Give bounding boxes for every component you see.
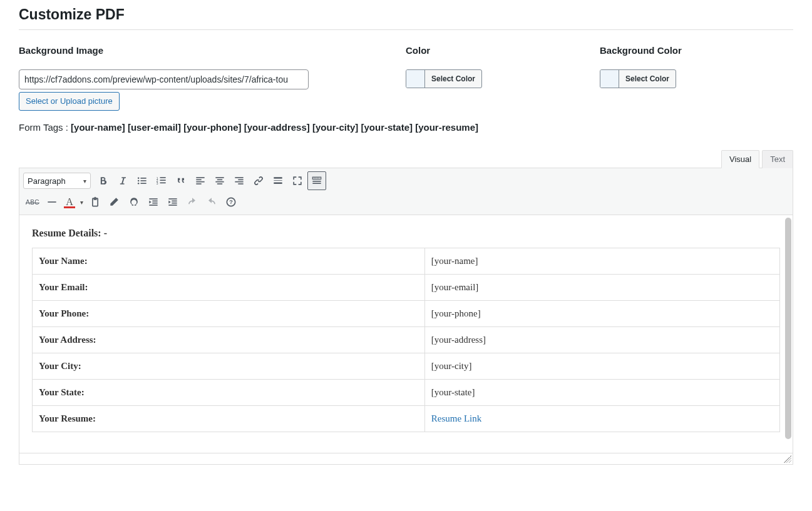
- form-tags-values: [your-name] [user-email] [your-phone] [y…: [71, 122, 478, 133]
- page-title: Customize PDF: [19, 0, 793, 30]
- blockquote-button[interactable]: [172, 171, 190, 190]
- form-tags-line: Form Tags : [your-name] [user-email] [yo…: [19, 122, 793, 133]
- paste-text-button[interactable]: [86, 193, 105, 211]
- tab-text[interactable]: Text: [762, 150, 793, 168]
- background-image-input[interactable]: [19, 69, 309, 89]
- bullet-list-button[interactable]: [133, 171, 152, 190]
- align-right-button[interactable]: [230, 171, 249, 190]
- svg-rect-3: [141, 180, 146, 181]
- svg-rect-26: [274, 183, 282, 185]
- svg-rect-20: [235, 177, 243, 178]
- row-value: Resume Link: [424, 406, 779, 432]
- fullscreen-button[interactable]: [288, 171, 307, 190]
- indent-button[interactable]: [163, 193, 182, 211]
- chevron-down-icon[interactable]: ▾: [78, 194, 85, 210]
- outdent-button[interactable]: [144, 193, 163, 211]
- background-color-column: Background Color Select Color: [600, 45, 793, 111]
- background-color-picker[interactable]: Select Color: [600, 69, 676, 88]
- svg-rect-17: [217, 180, 222, 181]
- row-value: [your-phone]: [424, 301, 779, 327]
- link-button[interactable]: [249, 171, 268, 190]
- row-value: [your-state]: [424, 380, 779, 406]
- svg-text:?: ?: [229, 199, 233, 205]
- svg-rect-13: [196, 180, 201, 181]
- row-label: Your Email:: [33, 275, 425, 301]
- wysiwyg-editor: Paragraph 123 ABC A ▾: [19, 168, 793, 465]
- background-color-button-label: Select Color: [619, 70, 676, 88]
- text-color-button-label: Select Color: [425, 70, 481, 88]
- tab-visual[interactable]: Visual: [721, 150, 759, 168]
- special-character-button[interactable]: [125, 193, 143, 211]
- keyboard-help-button[interactable]: ?: [222, 193, 240, 211]
- resume-link[interactable]: Resume Link: [431, 413, 481, 423]
- background-image-column: Background Image Select or Upload pictur…: [19, 45, 406, 111]
- svg-rect-40: [172, 201, 177, 202]
- editor-toolbar: Paragraph 123 ABC A ▾: [19, 168, 793, 215]
- svg-rect-1: [141, 178, 146, 179]
- svg-rect-22: [235, 181, 243, 183]
- toolbar-toggle-button[interactable]: [307, 171, 326, 190]
- redo-button[interactable]: [202, 193, 221, 211]
- svg-rect-31: [319, 178, 320, 178]
- horizontal-rule-button[interactable]: [43, 193, 61, 211]
- table-row: Your Address:[your-address]: [33, 327, 780, 353]
- svg-text:3: 3: [157, 181, 158, 185]
- svg-point-2: [138, 180, 140, 182]
- background-image-label: Background Image: [19, 45, 406, 56]
- svg-rect-29: [316, 178, 317, 178]
- svg-rect-39: [168, 198, 177, 200]
- paragraph-format-select[interactable]: Paragraph: [23, 173, 91, 189]
- align-center-button[interactable]: [210, 171, 229, 190]
- svg-rect-15: [196, 183, 201, 185]
- row-value: [your-city]: [424, 353, 779, 380]
- svg-rect-16: [215, 177, 224, 178]
- strikethrough-button[interactable]: ABC: [23, 193, 42, 211]
- toolbar-row-2: ABC A ▾ ?: [23, 191, 789, 213]
- background-color-swatch: [600, 70, 619, 88]
- text-color-swatch: [406, 70, 425, 88]
- text-color-column: Color Select Color: [406, 45, 600, 111]
- row-value: [your-email]: [424, 275, 779, 301]
- row-value: [your-name]: [424, 248, 779, 275]
- svg-rect-30: [317, 178, 318, 178]
- svg-rect-7: [160, 177, 166, 178]
- align-left-button[interactable]: [191, 171, 210, 190]
- numbered-list-button[interactable]: 123: [152, 171, 171, 190]
- table-row: Your City:[your-city]: [33, 353, 780, 380]
- svg-rect-12: [196, 177, 204, 178]
- italic-button[interactable]: [113, 171, 132, 190]
- svg-rect-14: [196, 181, 204, 183]
- svg-rect-28: [314, 178, 315, 178]
- clear-formatting-button[interactable]: [105, 193, 124, 211]
- scrollbar[interactable]: [785, 218, 791, 439]
- svg-rect-24: [274, 177, 282, 179]
- row-value: [your-address]: [424, 327, 779, 353]
- svg-rect-36: [152, 201, 157, 202]
- table-row: Your Phone:[your-phone]: [33, 301, 780, 327]
- resize-handle[interactable]: [784, 455, 791, 463]
- row-label: Your City:: [33, 353, 425, 380]
- form-tags-prefix: Form Tags :: [19, 122, 71, 133]
- editor-body: Resume Details: - Your Name:[your-name]Y…: [19, 215, 793, 464]
- table-row: Your Resume:Resume Link: [33, 406, 780, 432]
- svg-point-0: [138, 178, 140, 180]
- editor-content[interactable]: Resume Details: - Your Name:[your-name]Y…: [19, 215, 793, 453]
- text-color-picker[interactable]: Select Color: [406, 69, 482, 88]
- text-color-button[interactable]: A ▾: [62, 194, 85, 210]
- row-label: Your Address:: [33, 327, 425, 353]
- svg-rect-5: [141, 183, 146, 184]
- resume-heading: Resume Details: -: [32, 228, 780, 239]
- bold-button[interactable]: [94, 171, 113, 190]
- row-label: Your State:: [33, 380, 425, 406]
- upload-picture-button[interactable]: Select or Upload picture: [19, 92, 120, 111]
- undo-button[interactable]: [183, 193, 202, 211]
- svg-rect-9: [160, 180, 166, 181]
- svg-rect-41: [172, 203, 177, 204]
- table-row: Your State:[your-state]: [33, 380, 780, 406]
- editor-tabs: Visual Text: [19, 150, 793, 168]
- text-color-label: Color: [406, 45, 600, 56]
- svg-rect-35: [149, 198, 157, 200]
- background-color-label: Background Color: [600, 45, 793, 56]
- read-more-button[interactable]: [269, 171, 287, 190]
- table-row: Your Email:[your-email]: [33, 275, 780, 301]
